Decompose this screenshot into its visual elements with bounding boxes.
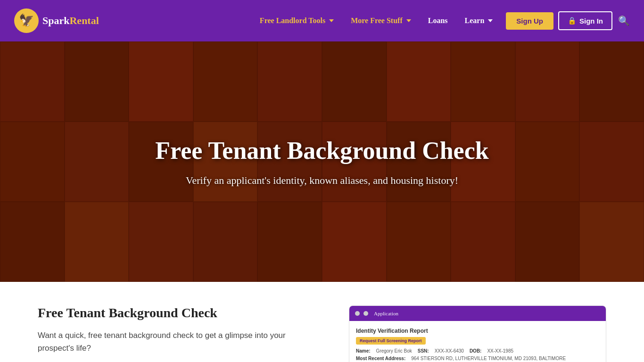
logo[interactable]: 🦅 SparkRental <box>14 8 99 33</box>
nav-more-free-stuff[interactable]: More Free Stuff <box>342 16 420 25</box>
name-label: Name: <box>356 348 371 354</box>
dob-label: DOB: <box>470 348 482 354</box>
signin-button[interactable]: 🔒 Sign In <box>558 11 612 30</box>
lock-icon: 🔒 <box>568 16 577 25</box>
browser-dot <box>355 311 360 316</box>
browser-dot <box>363 311 368 316</box>
chevron-down-icon <box>329 19 334 22</box>
report-header-label: Application <box>374 311 398 316</box>
hero-subtitle: Verify an applicant's identity, known al… <box>186 174 458 187</box>
report-body: Identity Verification Report Request Ful… <box>349 321 606 362</box>
report-address-row: Most Recent Address: 964 STIERSON RD, LU… <box>356 356 599 361</box>
ssn-label: SSN: <box>418 348 429 354</box>
hero-overlay: Free Tenant Background Check Verify an a… <box>0 41 644 282</box>
nav-free-landlord-tools[interactable]: Free Landlord Tools <box>251 16 342 25</box>
content-left: Free Tenant Background Check Want a quic… <box>38 305 321 354</box>
logo-text: SparkRental <box>42 15 99 27</box>
search-icon: 🔍 <box>618 16 630 26</box>
name-value: Gregory Eric Bok <box>376 348 412 354</box>
content-right: Application Identity Verification Report… <box>349 305 606 362</box>
report-title: Identity Verification Report <box>356 328 599 334</box>
nav-learn[interactable]: Learn <box>456 16 502 25</box>
site-header: 🦅 SparkRental Free Landlord Tools More F… <box>0 0 644 41</box>
main-nav: Free Landlord Tools More Free Stuff Loan… <box>251 11 630 30</box>
address-value: 964 STIERSON RD, LUTHERVILLE TIMONIUM, M… <box>411 356 566 361</box>
content-section: Free Tenant Background Check Want a quic… <box>0 282 644 362</box>
ssn-value: XXX-XX-6430 <box>435 348 464 354</box>
hero-section: Free Tenant Background Check Verify an a… <box>0 41 644 282</box>
report-name-row: Name: Gregory Eric Bok SSN: XXX-XX-6430 … <box>356 348 599 354</box>
content-section-title: Free Tenant Background Check <box>38 305 321 321</box>
search-button[interactable]: 🔍 <box>618 15 630 26</box>
dob-value: XX-XX-1985 <box>487 348 513 354</box>
report-preview: Application Identity Verification Report… <box>349 305 606 362</box>
nav-loans[interactable]: Loans <box>420 16 456 25</box>
address-label: Most Recent Address: <box>356 356 405 361</box>
report-header-bar: Application <box>349 306 606 321</box>
logo-icon: 🦅 <box>14 8 39 33</box>
hero-title: Free Tenant Background Check <box>155 137 488 165</box>
chevron-down-icon <box>488 19 493 22</box>
request-screening-badge[interactable]: Request Full Screening Report <box>356 337 426 345</box>
signup-button[interactable]: Sign Up <box>506 12 553 30</box>
chevron-down-icon <box>406 19 411 22</box>
svg-text:🦅: 🦅 <box>19 13 34 28</box>
content-section-text: Want a quick, free tenant background che… <box>38 329 321 354</box>
